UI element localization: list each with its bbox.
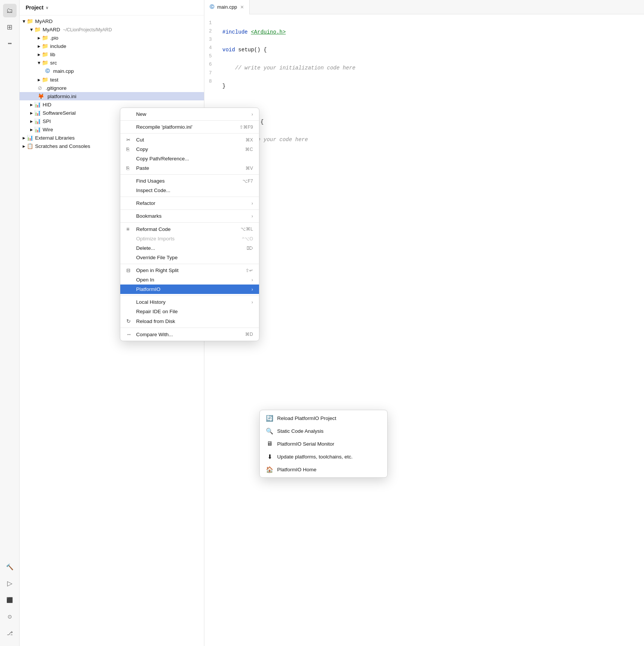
panel-header: Project ∨ bbox=[20, 0, 204, 15]
menu-item-recompile[interactable]: Recompile 'platformio.ini' ⇧⌘F9 bbox=[120, 122, 259, 132]
tree-item-gitignore[interactable]: ⊘ .gitignore bbox=[20, 84, 204, 92]
folder-icon: ▸ 📁 bbox=[38, 35, 48, 41]
code-editor: 1 2 3 4 5 6 7 8 #include <Arduino.h> voi… bbox=[204, 14, 644, 646]
menu-item-compare-with[interactable]: ↔ Compare With... ⌘D bbox=[120, 329, 259, 339]
code-line-4: } bbox=[218, 82, 644, 91]
menu-item-reload-from-disk[interactable]: ↻ Reload from Disk bbox=[120, 316, 259, 326]
folder-icon: ▸ 📁 bbox=[38, 51, 48, 57]
tree-item-main-cpp[interactable]: Ⓒ main.cpp bbox=[20, 67, 204, 75]
compare-icon: ↔ bbox=[126, 331, 135, 337]
platformio-submenu: 🔄 Reload PlatformIO Project 🔍 Static Cod… bbox=[259, 410, 388, 478]
update-platforms-icon: ⬇ bbox=[266, 453, 273, 460]
menu-item-cut[interactable]: ✂ Cut ⌘X bbox=[120, 135, 259, 145]
menu-item-paste[interactable]: ⎘ Paste ⌘V bbox=[120, 163, 259, 173]
panel-chevron[interactable]: ∨ bbox=[46, 6, 48, 10]
tree-item-include[interactable]: ▸ 📁 include bbox=[20, 42, 204, 50]
serial-monitor-icon: 🖥 bbox=[266, 440, 273, 448]
submenu-arrow-new: › bbox=[251, 112, 253, 117]
code-content[interactable]: #include <Arduino.h> void setup() { // w… bbox=[218, 14, 644, 646]
activity-bar: 🗂 ⊞ ••• 🔨 ▷ ⬛ ⊙ ⎇ bbox=[0, 0, 20, 646]
code-line-6: void loop() { bbox=[218, 118, 644, 127]
menu-separator-1 bbox=[120, 120, 259, 121]
submenu-item-static-analysis[interactable]: 🔍 Static Code Analysis bbox=[260, 425, 387, 437]
split-icon: ⊟ bbox=[126, 268, 135, 273]
submenu-item-update-platforms[interactable]: ⬇ Update platforms, toolchains, etc. bbox=[260, 450, 387, 463]
paste-icon: ⎘ bbox=[126, 165, 135, 171]
cut-icon: ✂ bbox=[126, 137, 135, 143]
menu-item-open-in[interactable]: Open In › bbox=[120, 275, 259, 285]
tab-main-cpp[interactable]: Ⓒ main.cpp ✕ bbox=[204, 0, 250, 14]
cpp-tab-icon: Ⓒ bbox=[210, 4, 214, 10]
submenu-arrow-history: › bbox=[251, 300, 253, 305]
pio-home-icon: 🏠 bbox=[266, 466, 273, 473]
tree-item-myARD-root[interactable]: ▾ 📁 MyARD bbox=[20, 17, 204, 25]
tree-item-myARD-sub[interactable]: ▾ 📁 MyARD ~/CLionProjects/MyARD bbox=[20, 25, 204, 34]
menu-item-optimize-imports: Optimize Imports ^⌥O bbox=[120, 234, 259, 243]
activity-icon-problems[interactable]: ⊙ bbox=[3, 610, 17, 623]
tree-item-lib[interactable]: ▸ 📁 lib bbox=[20, 50, 204, 58]
menu-item-find-usages[interactable]: Find Usages ⌥F7 bbox=[120, 176, 259, 186]
cpp-file-icon: Ⓒ bbox=[45, 68, 50, 74]
menu-separator-6 bbox=[120, 222, 259, 223]
menu-separator-3 bbox=[120, 174, 259, 175]
recompile-shortcut: ⇧⌘F9 bbox=[239, 125, 253, 130]
tree-item-src[interactable]: ▾ 📁 src bbox=[20, 58, 204, 67]
folder-icon: ▾ 📁 bbox=[30, 26, 41, 32]
submenu-label-serial-monitor: PlatformIO Serial Monitor bbox=[277, 441, 334, 447]
tab-close-button[interactable]: ✕ bbox=[240, 5, 244, 10]
reload-disk-icon: ↻ bbox=[126, 318, 135, 324]
platformio-icon: 🦊 bbox=[38, 93, 44, 99]
menu-item-copy[interactable]: ⎘ Copy ⌘C bbox=[120, 145, 259, 154]
editor-area: Ⓒ main.cpp ✕ 1 2 3 4 5 6 7 8 #include <A… bbox=[204, 0, 644, 646]
activity-icon-more[interactable]: ••• bbox=[3, 37, 17, 51]
ide-window: 🗂 ⊞ ••• 🔨 ▷ ⬛ ⊙ ⎇ Project ∨ ▾ 📁 MyARD ▾ … bbox=[0, 0, 644, 646]
tab-bar: Ⓒ main.cpp ✕ bbox=[204, 0, 644, 14]
folder-icon: ▾ 📁 bbox=[38, 60, 48, 66]
menu-item-repair-ide[interactable]: Repair IDE on File bbox=[120, 307, 259, 316]
submenu-label-static-analysis: Static Code Analysis bbox=[277, 428, 324, 434]
tree-item-test[interactable]: ▸ 📁 test bbox=[20, 75, 204, 84]
copy-icon: ⎘ bbox=[126, 146, 135, 152]
library-icon: ▸ 📊 bbox=[30, 102, 41, 108]
menu-separator-2 bbox=[120, 133, 259, 134]
submenu-item-reload-project[interactable]: 🔄 Reload PlatformIO Project bbox=[260, 412, 387, 425]
reload-project-icon: 🔄 bbox=[266, 414, 273, 422]
activity-icon-git[interactable]: ⎇ bbox=[3, 626, 17, 640]
reformat-icon: ≡ bbox=[126, 226, 135, 232]
activity-icon-run[interactable]: ▷ bbox=[3, 577, 17, 590]
menu-separator-7 bbox=[120, 264, 259, 264]
context-menu: New › Recompile 'platformio.ini' ⇧⌘F9 ✂ … bbox=[120, 108, 259, 341]
menu-item-override-file-type[interactable]: Override File Type bbox=[120, 253, 259, 262]
folder-icon: ▸ 📁 bbox=[38, 43, 48, 49]
code-line-3: // write your initialization code here bbox=[218, 64, 644, 73]
code-line-5 bbox=[218, 100, 644, 109]
menu-item-bookmarks[interactable]: Bookmarks › bbox=[120, 211, 259, 221]
menu-item-inspect-code[interactable]: Inspect Code... bbox=[120, 186, 259, 195]
menu-separator-5 bbox=[120, 209, 259, 210]
menu-item-reformat[interactable]: ≡ Reformat Code ⌥⌘L bbox=[120, 224, 259, 234]
submenu-item-pio-home[interactable]: 🏠 PlatformIO Home bbox=[260, 463, 387, 476]
menu-item-copy-path[interactable]: Copy Path/Reference... bbox=[120, 154, 259, 163]
activity-icon-folder[interactable]: 🗂 bbox=[3, 4, 17, 17]
tree-item-pio[interactable]: ▸ 📁 .pio bbox=[20, 34, 204, 42]
menu-item-refactor[interactable]: Refactor › bbox=[120, 198, 259, 208]
menu-item-local-history[interactable]: Local History › bbox=[120, 297, 259, 307]
code-line-1: #include <Arduino.h> bbox=[218, 28, 644, 37]
folder-icon: ▸ 📁 bbox=[38, 77, 48, 83]
submenu-item-serial-monitor[interactable]: 🖥 PlatformIO Serial Monitor bbox=[260, 437, 387, 450]
menu-item-delete[interactable]: Delete... ⌦ bbox=[120, 243, 259, 253]
menu-item-open-right-split[interactable]: ⊟ Open in Right Split ⇧↵ bbox=[120, 266, 259, 275]
activity-icon-layout[interactable]: ⊞ bbox=[3, 20, 17, 34]
code-line-2: void setup() { bbox=[218, 46, 644, 55]
tree-item-platformio-ini[interactable]: 🦊 platformio.ini bbox=[20, 92, 204, 100]
menu-item-platformio[interactable]: PlatformIO › bbox=[120, 285, 259, 294]
activity-icon-terminal[interactable]: ⬛ bbox=[3, 593, 17, 607]
menu-item-new[interactable]: New › bbox=[120, 109, 259, 119]
submenu-arrow-open-in: › bbox=[251, 277, 253, 283]
submenu-label-update-platforms: Update platforms, toolchains, etc. bbox=[277, 454, 353, 460]
submenu-arrow-bookmarks: › bbox=[251, 214, 253, 219]
scratches-icon: ▸ 📋 bbox=[23, 143, 33, 149]
tab-label: main.cpp bbox=[217, 4, 237, 10]
activity-icon-hammer[interactable]: 🔨 bbox=[3, 560, 17, 574]
gitignore-icon: ⊘ bbox=[38, 85, 42, 91]
